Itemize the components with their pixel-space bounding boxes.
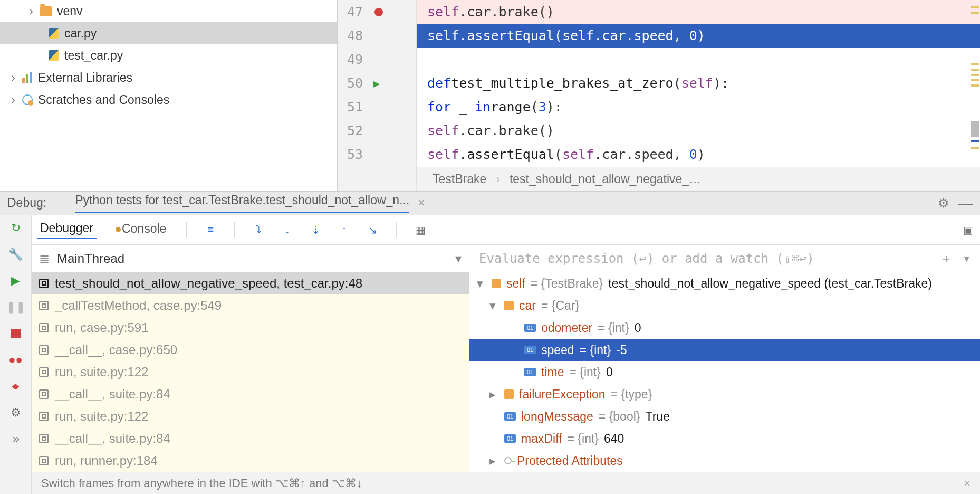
variable-value: test_should_not_allow_negative_speed (te… [608, 277, 932, 291]
breadcrumb-item[interactable]: test_should_not_allow_negative_… [510, 172, 701, 186]
variable-row[interactable]: ▾self = {TestBrake} test_should_not_allo… [469, 272, 980, 294]
tree-label: test_car.py [64, 49, 123, 63]
code-line[interactable]: self.car.brake() [417, 0, 980, 24]
code-line[interactable] [417, 48, 980, 71]
separator [234, 222, 235, 238]
stack-frame[interactable]: run, suite.py:122 [32, 361, 469, 383]
primitive-icon: 01 [504, 434, 516, 443]
chevron-down-icon[interactable]: ▾ [963, 251, 971, 266]
chevron-icon[interactable]: ▾ [489, 299, 499, 313]
tree-item-scratches[interactable]: › Scratches and Consoles [0, 89, 337, 111]
breadcrumb[interactable]: TestBrake › test_should_not_allow_negati… [417, 167, 980, 191]
view-breakpoints-icon[interactable]: ●● [8, 353, 23, 367]
thread-selector[interactable]: ≣ MainThread ▾ [32, 245, 469, 272]
line-number[interactable]: 47 [338, 4, 369, 20]
editor-marks-rail[interactable] [969, 0, 980, 191]
stop-icon[interactable] [8, 326, 23, 341]
chevron-icon[interactable]: ▾ [477, 277, 486, 291]
stack-frame[interactable]: run, runner.py:184 [32, 450, 469, 472]
step-over-icon[interactable]: ⤵︎ [252, 223, 265, 237]
stack-frame[interactable]: _callTestMethod, case.py:549 [32, 294, 469, 317]
more-icon[interactable]: ›› [8, 432, 23, 446]
evaluate-expression-input[interactable]: Evaluate expression (↩) or add a watch (… [469, 245, 980, 272]
layout-icon[interactable]: ▣ [961, 223, 975, 237]
code-line-current[interactable]: self.assertEqual(self.car.speed, 0) [417, 24, 980, 48]
chevron-down-icon[interactable]: ▾ [455, 251, 462, 266]
evaluate-expression-icon[interactable]: ▦ [414, 223, 427, 237]
tree-label: venv [57, 4, 83, 18]
primitive-icon: 01 [524, 346, 536, 354]
debug-session-title[interactable]: Python tests for test_car.TestBrake.test… [75, 193, 409, 213]
show-execution-point-icon[interactable]: ≡ [204, 223, 217, 237]
variable-row[interactable]: ▸Protected Attributes [469, 450, 980, 472]
variable-name: car [519, 299, 536, 313]
primitive-icon: 01 [524, 368, 536, 376]
variable-row[interactable]: 01odometer = {int} 0 [469, 317, 980, 339]
line-number[interactable]: 48 [338, 28, 369, 43]
project-tree[interactable]: › venv car.py test_car.py › External Lib… [0, 0, 338, 191]
variable-type: = {TestBrake} [531, 277, 603, 291]
chevron-right-icon[interactable]: › [27, 4, 35, 18]
chevron-right-icon[interactable]: › [9, 71, 17, 85]
stack-frame[interactable]: run, suite.py:122 [32, 405, 469, 428]
step-out-icon[interactable]: ↑ [337, 223, 351, 237]
line-number[interactable]: 51 [338, 99, 369, 115]
variable-row[interactable]: ▾car = {Car} [469, 294, 980, 317]
step-into-my-code-icon[interactable]: ⇣ [309, 223, 322, 237]
add-watch-icon[interactable]: ＋ [940, 250, 953, 267]
close-icon[interactable]: × [964, 477, 971, 490]
line-number[interactable]: 53 [338, 147, 369, 162]
stack-frame[interactable]: run, case.py:591 [32, 317, 469, 339]
stack-frame[interactable]: __call__, suite.py:84 [32, 428, 469, 450]
settings-icon[interactable]: ⚙ [8, 405, 23, 420]
debug-label: Debug: [7, 196, 46, 210]
variable-name: odometer [541, 321, 592, 335]
step-into-icon[interactable]: ↓ [280, 223, 294, 237]
variable-type: = {int} [580, 343, 611, 357]
variable-value: 0 [635, 321, 641, 335]
tab-debugger[interactable]: Debugger [37, 221, 97, 239]
stack-frame[interactable]: __call__, suite.py:84 [32, 383, 469, 405]
tree-item-test-car[interactable]: test_car.py [0, 44, 337, 66]
code-line[interactable]: for _ in range(3): [417, 95, 980, 119]
variable-row[interactable]: ▸failureException = {type} [469, 383, 980, 405]
rerun-icon[interactable]: ↻ [8, 221, 23, 235]
close-session-icon[interactable]: × [418, 196, 425, 210]
code-area[interactable]: self.car.brake() self.assertEqual(self.c… [417, 0, 980, 191]
variable-name: Protected Attributes [517, 454, 623, 468]
tab-console[interactable]: ●Console [111, 222, 169, 238]
debug-tool-window-header[interactable]: Debug: Python tests for test_car.TestBra… [0, 191, 980, 215]
stack-frame[interactable]: __call__, case.py:650 [32, 339, 469, 361]
line-number[interactable]: 52 [338, 123, 369, 138]
breadcrumb-item[interactable]: TestBrake [433, 172, 486, 186]
run-gutter-icon[interactable]: ▶ [373, 77, 380, 90]
gear-icon[interactable]: ⚙ [938, 196, 949, 211]
stack-frame[interactable]: test_should_not_allow_negative_speed, te… [32, 272, 469, 294]
pause-icon[interactable]: ❚❚ [8, 300, 23, 315]
chevron-icon[interactable]: ▸ [489, 454, 499, 468]
breakpoint-icon[interactable] [374, 8, 383, 16]
variable-row[interactable]: 01time = {int} 0 [469, 361, 980, 383]
run-to-cursor-icon[interactable]: ↘ [366, 223, 379, 237]
frame-label: run, case.py:591 [55, 320, 148, 335]
code-editor[interactable]: 47 48 49 50▶ 51 52 53 self.car.brake() s… [338, 0, 980, 191]
chevron-icon[interactable]: ▸ [489, 387, 499, 402]
tree-item-external-libraries[interactable]: › External Libraries [0, 66, 337, 89]
primitive-icon: 01 [524, 324, 536, 332]
code-line[interactable]: self.assertEqual(self.car.speed, 0) [417, 142, 980, 166]
variable-row[interactable]: 01longMessage = {bool} True [469, 405, 980, 428]
variable-row[interactable]: 01maxDiff = {int} 640 [469, 428, 980, 450]
variable-row[interactable]: 01speed = {int} -5 [469, 339, 980, 361]
resume-icon[interactable]: ▶ [8, 273, 23, 288]
code-line[interactable]: def test_multiple_brakes_at_zero(self): [417, 71, 980, 95]
tree-item-car[interactable]: car.py [0, 22, 337, 44]
line-number[interactable]: 50 [338, 75, 369, 91]
mute-breakpoints-icon[interactable]: ● [8, 379, 23, 394]
chevron-right-icon[interactable]: › [9, 93, 17, 107]
minimize-icon[interactable]: — [958, 195, 973, 212]
code-line[interactable]: self.car.brake() [417, 119, 980, 142]
line-number[interactable]: 49 [338, 52, 369, 67]
wrench-icon[interactable]: 🔧 [8, 247, 23, 262]
tree-item-venv[interactable]: › venv [0, 0, 337, 22]
editor-gutter[interactable]: 47 48 49 50▶ 51 52 53 [338, 0, 417, 191]
